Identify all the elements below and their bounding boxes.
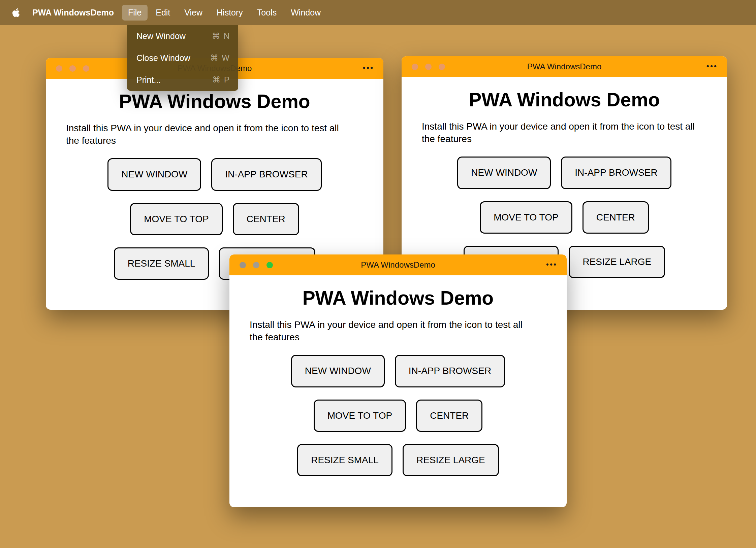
- menubar-item-history[interactable]: History: [211, 5, 249, 21]
- center-button[interactable]: CENTER: [582, 201, 649, 234]
- menu-item-shortcut: ⌘ N: [212, 31, 230, 41]
- menu-item-shortcut: ⌘ W: [210, 53, 230, 63]
- window-titlebar[interactable]: PWA WindowsDemo •••: [229, 254, 567, 275]
- page-heading: PWA Windows Demo: [243, 287, 553, 309]
- menu-item-label: Print...: [136, 75, 161, 85]
- zoom-traffic-light[interactable]: [83, 65, 89, 72]
- menu-item-print[interactable]: Print... ⌘ P: [127, 69, 238, 91]
- window-titlebar[interactable]: PWA WindowsDemo •••: [402, 56, 727, 77]
- move-to-top-button[interactable]: MOVE TO TOP: [480, 201, 572, 234]
- move-to-top-button[interactable]: MOVE TO TOP: [314, 400, 406, 432]
- center-button[interactable]: CENTER: [416, 400, 482, 432]
- window-overflow-icon[interactable]: •••: [363, 64, 374, 73]
- window-content: PWA Windows Demo Install this PWA in you…: [229, 287, 567, 476]
- menu-item-close-window[interactable]: Close Window ⌘ W: [127, 47, 238, 69]
- page-description: Install this PWA in your device and open…: [422, 120, 705, 145]
- close-traffic-light[interactable]: [412, 64, 418, 70]
- in-app-browser-button[interactable]: IN-APP BROWSER: [211, 158, 321, 191]
- zoom-traffic-light[interactable]: [266, 262, 273, 268]
- window-content: PWA Windows Demo Install this PWA in you…: [402, 89, 727, 278]
- window-title: PWA WindowsDemo: [229, 260, 567, 270]
- center-button[interactable]: CENTER: [233, 203, 299, 235]
- menu-item-label: New Window: [136, 31, 186, 41]
- window-content: PWA Windows Demo Install this PWA in you…: [46, 90, 383, 280]
- minimize-traffic-light[interactable]: [425, 64, 432, 70]
- menubar-item-edit[interactable]: Edit: [150, 5, 176, 21]
- move-to-top-button[interactable]: MOVE TO TOP: [130, 203, 222, 235]
- page-heading: PWA Windows Demo: [59, 90, 370, 112]
- traffic-lights: [412, 64, 445, 70]
- apple-icon[interactable]: [10, 7, 22, 18]
- page-description: Install this PWA in your device and open…: [250, 318, 533, 343]
- pwa-window-front: PWA WindowsDemo ••• PWA Windows Demo Ins…: [229, 254, 567, 507]
- in-app-browser-button[interactable]: IN-APP BROWSER: [561, 157, 671, 189]
- new-window-button[interactable]: NEW WINDOW: [291, 355, 385, 387]
- traffic-lights: [56, 65, 89, 72]
- in-app-browser-button[interactable]: IN-APP BROWSER: [395, 355, 505, 387]
- new-window-button[interactable]: NEW WINDOW: [457, 157, 551, 189]
- close-traffic-light[interactable]: [56, 65, 62, 72]
- window-overflow-icon[interactable]: •••: [546, 260, 557, 269]
- minimize-traffic-light[interactable]: [253, 262, 259, 268]
- menubar-app-name[interactable]: PWA WindowsDemo: [26, 5, 120, 20]
- resize-large-button[interactable]: RESIZE LARGE: [569, 246, 665, 278]
- page-heading: PWA Windows Demo: [415, 89, 714, 111]
- menubar-item-view[interactable]: View: [178, 5, 209, 21]
- traffic-lights: [240, 262, 273, 268]
- menu-item-shortcut: ⌘ P: [212, 75, 230, 84]
- resize-large-button[interactable]: RESIZE LARGE: [403, 444, 499, 476]
- page-description: Install this PWA in your device and open…: [66, 122, 349, 147]
- menubar-item-tools[interactable]: Tools: [251, 5, 283, 21]
- zoom-traffic-light[interactable]: [439, 64, 445, 70]
- window-title: PWA WindowsDemo: [402, 62, 727, 71]
- window-overflow-icon[interactable]: •••: [706, 62, 718, 71]
- file-menu-dropdown: New Window ⌘ N Close Window ⌘ W Print...…: [127, 25, 238, 91]
- menu-item-label: Close Window: [136, 53, 190, 63]
- new-window-button[interactable]: NEW WINDOW: [107, 158, 201, 191]
- minimize-traffic-light[interactable]: [69, 65, 76, 72]
- menu-item-new-window[interactable]: New Window ⌘ N: [127, 25, 238, 47]
- resize-small-button[interactable]: RESIZE SMALL: [297, 444, 392, 476]
- close-traffic-light[interactable]: [240, 262, 246, 268]
- menu-bar: PWA WindowsDemo File Edit View History T…: [0, 0, 756, 25]
- menubar-item-window[interactable]: Window: [285, 5, 327, 21]
- menubar-item-file[interactable]: File: [122, 5, 148, 21]
- resize-small-button[interactable]: RESIZE SMALL: [114, 247, 209, 280]
